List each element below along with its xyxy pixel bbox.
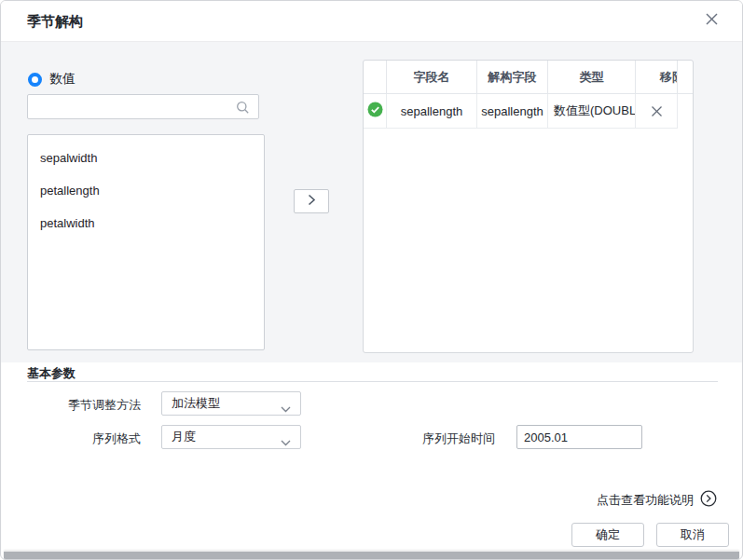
remove-x-icon[interactable] (636, 94, 677, 128)
adjust-method-label: 季节调整方法 (20, 397, 141, 414)
start-time-label: 序列开始时间 (402, 430, 495, 447)
table-row: sepallength sepallength 数值型(DOUBLE) (364, 94, 694, 129)
list-item[interactable]: petallength (28, 174, 264, 207)
series-format-value: 月度 (172, 429, 196, 445)
chevron-down-icon (281, 402, 291, 416)
source-field-list: sepalwidth petallength petalwidth (27, 134, 265, 350)
row-type: 数值型(DOUBLE) (548, 94, 636, 129)
seasonal-decomposition-dialog: 季节解构 数值 sepalwidth petallength petalwidt… (0, 0, 743, 560)
title-bar: 季节解构 (1, 1, 742, 42)
row-remove-cell (636, 94, 678, 129)
table-header-row: 字段名 解构字段 类型 移除 (364, 61, 694, 94)
check-circle-icon (367, 102, 383, 120)
chevron-right-icon (308, 193, 316, 210)
row-field-name: sepallength (387, 94, 477, 129)
cancel-button[interactable]: 取消 (656, 523, 729, 547)
numeric-radio[interactable] (28, 73, 42, 87)
move-right-button[interactable] (294, 189, 329, 213)
section-divider (27, 381, 718, 382)
ok-button[interactable]: 确定 (571, 523, 644, 547)
field-search-input[interactable] (29, 96, 247, 117)
selected-fields-table: 字段名 解构字段 类型 移除 sepallength sepallength 数… (363, 60, 694, 353)
field-search-box (27, 94, 259, 119)
search-icon (236, 101, 250, 118)
chevron-down-icon (281, 435, 291, 449)
numeric-radio-label: 数值 (49, 71, 76, 88)
list-item[interactable]: petalwidth (28, 207, 264, 239)
row-decomposed-field: sepallength (477, 94, 548, 129)
numeric-radio-row: 数值 (28, 71, 76, 88)
series-format-select[interactable]: 月度 (161, 425, 301, 449)
close-button[interactable] (701, 10, 722, 31)
header-remove: 移除 (636, 61, 678, 93)
adjust-method-select[interactable]: 加法模型 (161, 391, 301, 416)
adjust-method-value: 加法模型 (172, 395, 220, 412)
header-decomposed-field: 解构字段 (477, 61, 548, 93)
help-link-label: 点击查看功能说明 (597, 492, 694, 509)
circle-arrow-right-icon (700, 490, 717, 511)
close-icon (705, 12, 719, 30)
basic-params-title: 基本参数 (27, 365, 76, 382)
series-format-label: 序列格式 (20, 430, 141, 447)
header-field-name: 字段名 (387, 61, 477, 93)
list-item[interactable]: sepalwidth (28, 142, 264, 174)
row-status-cell (364, 94, 387, 129)
start-time-input[interactable] (516, 425, 642, 449)
window-bottom-edge (4, 552, 739, 559)
header-type: 类型 (548, 61, 636, 93)
help-link[interactable]: 点击查看功能说明 (597, 490, 717, 511)
header-status (364, 61, 387, 93)
dialog-title: 季节解构 (27, 13, 83, 31)
